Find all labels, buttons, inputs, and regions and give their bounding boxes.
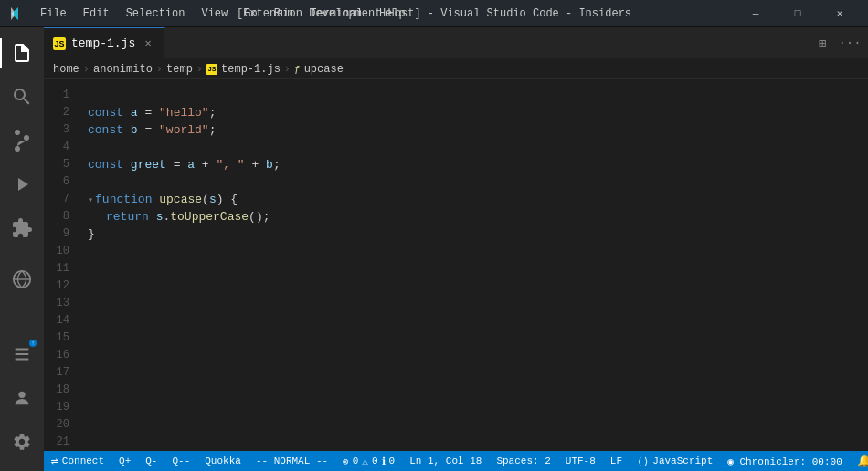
menu-selection[interactable]: Selection [119,5,193,22]
quokka-minus-label: Q- [145,455,157,466]
language-status[interactable]: ⟨⟩ JavaScript [630,451,720,471]
code-editor[interactable]: 1 2 const a = "hello"; 3 const b = "worl… [44,79,868,451]
cursor-position-label: Ln 1, Col 18 [409,455,482,466]
split-editor-button[interactable]: ⊞ [810,30,835,56]
breadcrumb-folder[interactable]: temp [166,63,193,76]
remote-activity-icon[interactable] [0,257,44,301]
status-bar-right: ⊗ 0 ⚠ 0 ℹ 0 Ln 1, Col 18 Spaces: 2 UTF-8 [335,451,868,471]
run-debug-activity-icon[interactable] [0,162,44,206]
status-bar: ⇌ Connect Q+ Q- Q-- Quokka -- NORMAL -- [44,451,868,471]
code-line-4: 4 [44,139,868,156]
source-control-activity-icon[interactable] [0,119,44,162]
tab-filename: temp-1.js [71,37,135,50]
code-line-12: 12 [44,277,868,295]
errors-status[interactable]: ⊗ 0 ⚠ 0 ℹ 0 [335,451,402,471]
quokka-name-label: Quokka [205,455,241,466]
code-line-10: 10 [44,243,868,260]
title-bar: FileEditSelectionViewGoRunTerminalHelp [… [0,0,868,27]
code-line-15: 15 [44,330,868,347]
code-line-17: 17 [44,364,868,382]
fold-arrow[interactable]: ▾ [88,195,93,205]
account-icon[interactable] [0,376,44,420]
active-tab[interactable]: JS temp-1.js ✕ [44,27,165,59]
code-line-14: 14 [44,312,868,330]
code-line-6: 6 [44,173,868,191]
menu-edit[interactable]: Edit [76,5,117,22]
close-button[interactable]: ✕ [819,0,861,27]
code-line-21: 21 [44,434,868,451]
quokka-name-status[interactable]: Quokka [197,451,249,471]
tab-close-button[interactable]: ✕ [141,37,155,51]
connect-label: Connect [62,455,104,466]
language-label: JavaScript [652,455,713,466]
language-brackets-icon: ⟨⟩ [637,455,649,467]
more-actions-button[interactable]: ··· [837,30,863,56]
code-line-11: 11 [44,260,868,277]
line-ending-status[interactable]: LF [603,451,630,471]
tab-js-icon: JS [53,37,66,50]
breadcrumb-file[interactable]: JS temp-1.js [206,63,281,76]
error-count: 0 [353,455,359,466]
quokka-minus-status[interactable]: Q- [138,451,164,471]
minimize-button[interactable]: — [735,0,777,27]
notifications-status[interactable]: 🔔 [850,451,868,471]
menu-file[interactable]: File [33,5,74,22]
code-line-5: 5 const greet = a + ", " + b; [44,156,868,173]
editor-area: JS temp-1.js ✕ ⊞ ··· home › anonimito › … [44,27,868,471]
breadcrumb-user[interactable]: anonimito [93,63,153,76]
code-line-2: 2 const a = "hello"; [44,104,868,121]
spaces-status[interactable]: Spaces: 2 [489,451,557,471]
code-line-1: 1 [44,87,868,104]
chronicler-status[interactable]: ◉ Chronicler: 00:00 [720,451,849,471]
code-line-9: 9 } [44,225,868,243]
extensions-marketplace-icon[interactable]: ! [0,332,44,376]
vim-mode-label: -- NORMAL -- [256,455,328,466]
code-line-8: 8 return s.toUpperCase(); [44,208,868,225]
code-line-3: 3 const b = "world"; [44,121,868,139]
menu-view[interactable]: View [194,5,235,22]
tab-bar-actions: ⊞ ··· [810,30,868,56]
quokka-dash-label: Q-- [172,455,190,466]
breadcrumb-fn-icon: ƒ [294,64,301,75]
quokka-dash-status[interactable]: Q-- [164,451,197,471]
code-line-7: 7 ▾function upcase(s) { [44,191,868,208]
extensions-activity-icon[interactable] [0,206,44,250]
spaces-label: Spaces: 2 [496,455,550,466]
code-line-16: 16 [44,347,868,364]
cursor-position-status[interactable]: Ln 1, Col 18 [402,451,489,471]
svg-point-2 [18,392,25,398]
breadcrumb-home[interactable]: home [53,63,79,76]
vim-mode-status: -- NORMAL -- [249,451,335,471]
remote-status[interactable]: ⇌ Connect [44,451,111,471]
activity-bar-bottom: ! [0,332,44,471]
quokka-plus-label: Q+ [119,455,131,466]
info-icon: ℹ [382,455,386,467]
tab-bar: JS temp-1.js ✕ ⊞ ··· [44,27,868,59]
encoding-label: UTF-8 [566,455,596,466]
title-text: [Extension Development Host] - Visual St… [237,7,631,20]
warning-icon: ⚠ [362,455,368,467]
error-icon: ⊗ [343,455,349,467]
code-line-19: 19 [44,399,868,416]
maximize-button[interactable]: □ [777,0,819,27]
explorer-icon[interactable] [0,31,44,75]
code-line-18: 18 [44,382,868,399]
remote-icon: ⇌ [51,454,58,468]
warning-count: 0 [372,455,378,466]
breadcrumb-js-icon: JS [206,64,217,75]
notification-bell-icon: 🔔 [857,454,868,468]
line-ending-label: LF [610,455,622,466]
activity-bar: ! [0,27,44,471]
status-bar-left: ⇌ Connect Q+ Q- Q-- Quokka -- NORMAL -- [44,451,335,471]
encoding-status[interactable]: UTF-8 [558,451,603,471]
window-controls: — □ ✕ [735,0,861,27]
breadcrumb-fn[interactable]: ƒ upcase [294,63,344,76]
app-icon [7,6,22,21]
chronicler-label: ◉ Chronicler: 00:00 [727,455,842,467]
settings-icon[interactable] [0,420,44,464]
search-activity-icon[interactable] [0,75,44,119]
breadcrumb: home › anonimito › temp › JS temp-1.js ›… [44,59,868,79]
info-count: 0 [389,455,396,466]
main-layout: ! JS temp-1.js ✕ ⊞ [0,27,868,471]
quokka-plus-status[interactable]: Q+ [111,451,138,471]
